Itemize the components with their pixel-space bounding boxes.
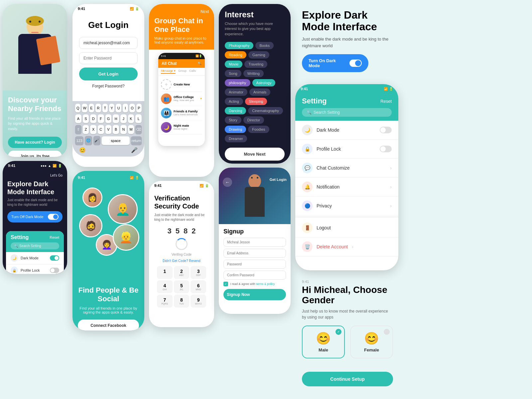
num-4[interactable]: 4GHI (157, 280, 173, 293)
settings-search-large[interactable]: 🔍 Search Setting (302, 108, 392, 117)
key-e[interactable]: E (89, 104, 94, 112)
key-n[interactable]: N (120, 125, 127, 134)
key-p[interactable]: P (136, 104, 142, 112)
tag-director[interactable]: Director (243, 116, 264, 124)
setting-chat-customize-large[interactable]: 💬 Chat Customize › (295, 159, 398, 178)
tag-acting[interactable]: Acting (225, 98, 243, 105)
setting-logout-large[interactable]: 🚪 Logout (295, 218, 398, 237)
key-m[interactable]: M (128, 125, 134, 134)
turn-off-dark-button[interactable]: Turn Off Dark Mode (7, 211, 63, 222)
tag-philosophy[interactable]: philosophy (225, 79, 250, 86)
get-login-link[interactable]: Get Login (270, 178, 287, 182)
key-d[interactable]: D (90, 114, 96, 123)
back-button[interactable]: ← (223, 178, 232, 187)
password-input[interactable] (223, 260, 286, 269)
profile-lock-toggle[interactable] (50, 268, 59, 273)
forget-password-link[interactable]: Forget Password? (79, 84, 138, 88)
name-input[interactable] (223, 238, 286, 247)
email-input[interactable] (79, 37, 138, 49)
tag-cinematography[interactable]: Cinematography (248, 107, 283, 114)
key-l[interactable]: L (135, 114, 142, 123)
tab-calls[interactable]: Calls (189, 69, 196, 74)
key-x[interactable]: X (90, 125, 96, 134)
chat-item-new[interactable]: + Create New (161, 77, 202, 92)
setting-privacy-large[interactable]: 🔵 Privacy › (295, 197, 398, 215)
signup-button[interactable]: Signup Now (223, 289, 286, 300)
key-o[interactable]: O (129, 104, 135, 112)
have-account-button[interactable]: Have account? Login (8, 137, 62, 148)
dark-mode-toggle-large[interactable] (349, 60, 362, 67)
key-mic[interactable]: 🎤 (93, 136, 100, 145)
tag-photography[interactable]: Photography (225, 42, 253, 49)
setting-profile-lock-large[interactable]: 🔒 Profile Lock (295, 140, 398, 159)
key-u[interactable]: U (116, 104, 121, 112)
setting-profile-lock[interactable]: 🔒 Profile Lock (6, 264, 64, 274)
terms-link[interactable]: terms & policy (256, 282, 275, 286)
num-9[interactable]: 9WXYZ (191, 295, 206, 308)
setting-delete-account-large[interactable]: 🗑️ Delete Account › (295, 237, 398, 256)
tag-sleeping[interactable]: Sleeping (245, 98, 267, 105)
num-5[interactable]: 5JKL (174, 280, 190, 293)
key-b[interactable]: B (113, 125, 119, 134)
key-shift[interactable]: ⇧ (75, 125, 81, 134)
key-w[interactable]: W (82, 104, 87, 112)
continue-setup-button[interactable]: Continue Setup (302, 372, 393, 386)
tag-song[interactable]: Song (225, 70, 241, 77)
settings-reset[interactable]: Reset (50, 235, 59, 239)
key-return[interactable]: return (131, 136, 142, 145)
num-6[interactable]: 6MNO (191, 280, 206, 293)
female-option[interactable]: 😊 Female (350, 326, 393, 358)
num-1[interactable]: 1 (157, 266, 173, 279)
tag-movie[interactable]: Movie (225, 61, 242, 68)
next-button[interactable]: Next (154, 9, 209, 14)
key-y[interactable]: Y (109, 104, 114, 112)
key-t[interactable]: T (102, 104, 108, 112)
tag-reading[interactable]: Reading (225, 51, 246, 59)
tag-foodies[interactable]: Foodies (248, 126, 269, 133)
dark-mode-toggle[interactable] (50, 255, 59, 261)
settings-reset-large[interactable]: Reset (380, 99, 392, 104)
email-input[interactable] (223, 249, 286, 258)
password-input[interactable] (79, 52, 138, 64)
tag-animals[interactable]: Animals (249, 88, 270, 96)
chat-item-office[interactable]: 👥 Office College Hey, how are you ★ (161, 92, 202, 106)
profile-lock-toggle[interactable] (380, 146, 392, 152)
key-j[interactable]: J (120, 114, 127, 123)
tag-astrology[interactable]: Astrology (252, 79, 276, 86)
key-f[interactable]: F (98, 114, 104, 123)
key-q[interactable]: Q (75, 104, 80, 112)
settings-search[interactable]: 🔍 Search Setting (11, 242, 59, 249)
move-next-button[interactable]: Move Next (225, 148, 285, 161)
num-2[interactable]: 2ABC (174, 266, 190, 279)
tab-group[interactable]: Group (178, 69, 187, 74)
key-h[interactable]: H (113, 114, 119, 123)
tag-writting[interactable]: Writting (243, 70, 264, 77)
tag-traveling[interactable]: Traveling (244, 61, 267, 68)
tag-dreamer[interactable]: Dreamer (225, 135, 247, 142)
key-z[interactable]: Z (83, 125, 89, 134)
emoji-icon[interactable]: 😊 (79, 147, 86, 153)
num-7[interactable]: 7PQRS (157, 295, 173, 308)
key-space[interactable]: space (102, 136, 130, 145)
num-3[interactable]: 3DEF (191, 266, 206, 279)
join-free-button[interactable]: Join us, its free (8, 151, 62, 157)
male-option[interactable]: ✓ 😊 Male (302, 326, 345, 358)
key-g[interactable]: G (105, 114, 112, 123)
key-k[interactable]: K (128, 114, 134, 123)
key-s[interactable]: S (83, 114, 89, 123)
toggle-switch[interactable] (48, 214, 59, 220)
tag-gaming[interactable]: Gaming (248, 51, 269, 59)
key-i[interactable]: I (123, 104, 128, 112)
chat-item-friends[interactable]: 👨‍👩‍👧 Friends & Family Let's meet tomorr… (161, 106, 202, 120)
tag-drawing[interactable]: Drawing (225, 126, 246, 133)
key-globe[interactable]: 🌐 (85, 136, 92, 145)
tag-animator[interactable]: Animator (225, 88, 247, 96)
tag-books[interactable]: Books (255, 42, 274, 49)
tag-story[interactable]: Story (225, 116, 241, 124)
chat-item-night[interactable]: 🌙 Night mate Good night! (161, 120, 202, 135)
search-icon[interactable]: 🔍 (198, 62, 201, 65)
key-a[interactable]: A (75, 114, 81, 123)
key-delete[interactable]: ⌫ (135, 125, 142, 134)
terms-checkbox[interactable]: ✓ (223, 282, 228, 286)
key-c[interactable]: C (98, 125, 104, 134)
